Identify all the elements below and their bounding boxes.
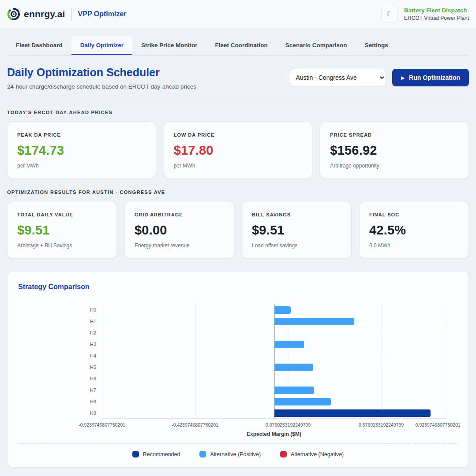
bar-row-h9: H9 (102, 407, 446, 419)
x-tick-label: 0.0760253192249799 (266, 422, 311, 428)
stat-card-sub: 0.0 MWh (369, 242, 459, 249)
strategy-comparison-card: Strategy Comparison H0H1H2H3H4H5H6H7H8H9… (7, 271, 469, 468)
stat-card-total-daily-value: TOTAL DAILY VALUE$9.51Arbitrage + Bill S… (7, 201, 117, 259)
stat-card-value: $156.92 (330, 143, 459, 158)
stat-card-label: PRICE SPREAD (330, 132, 459, 138)
main-content: Daily Optimization Scheduler 24-hour cha… (0, 56, 476, 90)
nav-tabs: Fleet DashboardDaily OptimizerStrike Pri… (7, 36, 469, 56)
stat-card-sub: per MWh (17, 163, 146, 169)
page-head: Daily Optimization Scheduler 24-hour cha… (7, 56, 469, 90)
bar-row-h6: H6 (102, 373, 446, 384)
ennrgy-logo-icon (7, 7, 20, 21)
theme-toggle-button[interactable]: ☾ (381, 6, 398, 22)
y-axis-label: H4 (19, 353, 96, 358)
legend-label: Alternative (Positive) (210, 451, 261, 457)
results-section: OPTIMIZATION RESULTS FOR AUSTIN - CONGRE… (0, 190, 476, 259)
tab-daily-optimizer[interactable]: Daily Optimizer (71, 36, 132, 55)
bar-h0 (274, 306, 291, 314)
x-axis-title: Expected Margin ($M) (102, 431, 446, 437)
stat-card-label: LOW DA PRICE (174, 132, 303, 138)
legend-swatch (132, 451, 139, 457)
legend-divider (18, 443, 458, 444)
bar-h8 (274, 398, 331, 405)
page-head-text: Daily Optimization Scheduler 24-hour cha… (7, 66, 196, 90)
stat-card-bill-savings: BILL SAVINGS$9.51Load offset savings (242, 201, 352, 259)
stat-card-value: $0.00 (135, 223, 224, 238)
page-title: Daily Optimization Scheduler (7, 66, 196, 79)
y-axis-label: H3 (19, 342, 96, 347)
stat-card-label: PEAK DA PRICE (17, 132, 146, 138)
tab-settings[interactable]: Settings (356, 36, 397, 55)
legend-item-alternative-negative: Alternative (Negative) (280, 451, 344, 457)
stat-card-value: $17.80 (174, 143, 303, 158)
price-cards: PEAK DA PRICE$174.73per MWhLOW DA PRICE$… (7, 121, 469, 179)
bar-h9 (274, 409, 431, 417)
gridline (446, 304, 446, 418)
prices-section-heading: TODAY'S ERCOT DAY-AHEAD PRICES (7, 110, 469, 115)
bar-row-h8: H8 (102, 396, 446, 407)
site-selector[interactable]: Austin - Congress Ave (289, 69, 386, 86)
play-icon: ▶ (401, 75, 405, 80)
bar-row-h2: H2 (102, 327, 446, 338)
crescent-moon-icon: ☾ (386, 10, 393, 18)
stat-card-low-da-price: LOW DA PRICE$17.80per MWh (164, 121, 313, 179)
stat-card-sub: per MWh (174, 163, 303, 169)
stat-card-peak-da-price: PEAK DA PRICE$174.73per MWh (7, 121, 156, 179)
y-axis-label: H2 (19, 330, 96, 335)
y-axis-label: H5 (19, 364, 96, 370)
x-tick-label: 0.5760253192249799 (359, 422, 404, 428)
stat-card-label: TOTAL DAILY VALUE (17, 212, 107, 217)
header-status: Battery Fleet Dispatch ERCOT Virtual Pow… (404, 7, 469, 21)
stat-card-value: $9.51 (252, 223, 341, 238)
legend-item-recommended: Recommended (132, 451, 180, 457)
bar-h7 (274, 387, 315, 394)
top-header: ennrgy.ai VPP Optimizer ☾ Battery Fleet … (0, 0, 476, 28)
stat-card-label: BILL SAVINGS (252, 212, 341, 217)
stat-card-label: GRID ARBITRAGE (135, 212, 224, 217)
bar-h5 (274, 364, 314, 371)
logo: ennrgy.ai (7, 7, 65, 21)
y-axis-label: H9 (19, 410, 96, 416)
results-section-heading: OPTIMIZATION RESULTS FOR AUSTIN - CONGRE… (7, 190, 469, 195)
y-axis-label: H6 (19, 376, 96, 381)
tab-strike-price-monitor[interactable]: Strike Price Monitor (132, 36, 206, 55)
legend-swatch (199, 451, 206, 457)
chart-title: Strategy Comparison (18, 283, 458, 291)
chart-section: Strategy Comparison H0H1H2H3H4H5H6H7H8H9… (0, 271, 476, 468)
bar-row-h3: H3 (102, 338, 446, 350)
run-optimization-button[interactable]: ▶ Run Optimization (392, 69, 469, 86)
bar-row-h7: H7 (102, 384, 446, 396)
tab-scenario-comparison[interactable]: Scenario Comparison (277, 36, 356, 55)
stat-card-sub: Arbitrage opportunity (330, 163, 459, 169)
bar-row-h1: H1 (102, 316, 446, 327)
head-controls: Austin - Congress Ave ▶ Run Optimization (289, 66, 469, 86)
bar-row-h5: H5 (102, 361, 446, 373)
logo-text: ennrgy.ai (24, 9, 65, 19)
app-title: VPP Optimizer (78, 10, 127, 18)
legend-label: Alternative (Negative) (291, 451, 344, 457)
stat-card-sub: Load offset savings (252, 242, 341, 249)
prices-section: TODAY'S ERCOT DAY-AHEAD PRICES PEAK DA P… (0, 110, 476, 179)
x-tick-label: -0.4239746807750201 (172, 422, 218, 428)
bar-row-h4: H4 (102, 350, 446, 361)
legend-label: Recommended (143, 451, 180, 457)
y-axis-label: H0 (19, 307, 96, 312)
tab-fleet-coordination[interactable]: Fleet Coordination (206, 36, 277, 55)
stat-card-sub: Arbitrage + Bill Savings (17, 242, 107, 249)
stat-card-value: 42.5% (369, 223, 459, 238)
header-divider (7, 99, 469, 99)
stat-card-price-spread: PRICE SPREAD$156.92Arbitrage opportunity (320, 121, 469, 179)
chart-legend: RecommendedAlternative (Positive)Alterna… (18, 451, 458, 457)
stat-card-value: $9.51 (17, 223, 107, 238)
bar-row-h0: H0 (102, 304, 446, 316)
status-subtitle: ERCOT Virtual Power Plant (404, 15, 469, 21)
y-axis-label: H1 (19, 319, 96, 324)
y-axis-label: H7 (19, 387, 96, 393)
run-button-label: Run Optimization (409, 74, 460, 81)
stat-card-final-soc: FINAL SOC42.5%0.0 MWh (359, 201, 469, 259)
brand-area: ennrgy.ai VPP Optimizer (7, 7, 127, 21)
bar-h1 (274, 318, 354, 325)
y-axis-label: H8 (19, 399, 96, 404)
tab-fleet-dashboard[interactable]: Fleet Dashboard (7, 36, 71, 55)
stat-card-value: $174.73 (17, 143, 146, 158)
